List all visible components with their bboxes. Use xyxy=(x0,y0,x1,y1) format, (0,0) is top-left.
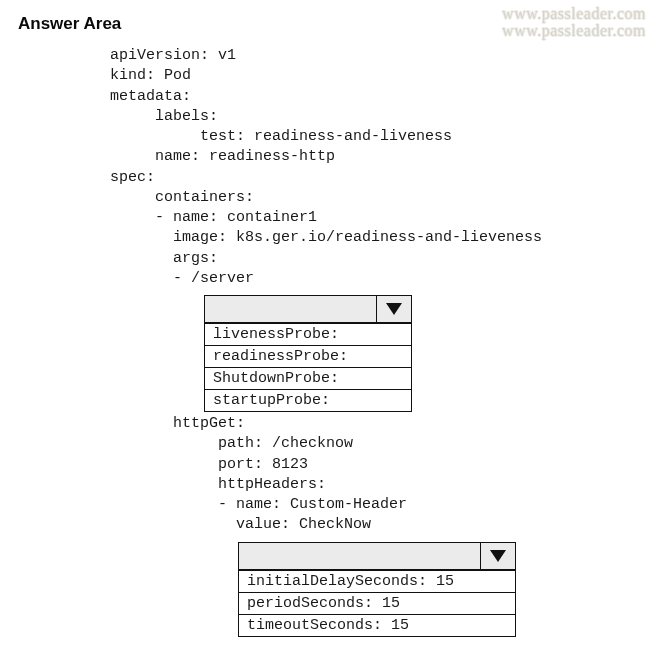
dropdown-option[interactable]: readinessProbe: xyxy=(205,345,411,367)
dropdown-option[interactable]: livenessProbe: xyxy=(205,323,411,345)
probe-type-dropdown[interactable]: livenessProbe: readinessProbe: ShutdownP… xyxy=(204,295,412,412)
timing-dropdown[interactable]: initialDelaySeconds: 15 periodSeconds: 1… xyxy=(238,542,516,637)
chevron-down-icon xyxy=(490,550,506,562)
dropdown-option[interactable]: timeoutSeconds: 15 xyxy=(239,614,515,636)
dropdown-arrow[interactable] xyxy=(377,296,411,322)
dropdown-selected-blank[interactable] xyxy=(239,543,481,569)
dropdown-header[interactable] xyxy=(239,543,515,570)
dropdown-arrow[interactable] xyxy=(481,543,515,569)
dropdown-selected-blank[interactable] xyxy=(205,296,377,322)
dropdown-option[interactable]: periodSeconds: 15 xyxy=(239,592,515,614)
dropdown-option[interactable]: ShutdownProbe: xyxy=(205,367,411,389)
answer-area-title: Answer Area xyxy=(18,14,646,34)
chevron-down-icon xyxy=(386,303,402,315)
dropdown-option[interactable]: startupProbe: xyxy=(205,389,411,411)
dropdown-header[interactable] xyxy=(205,296,411,323)
yaml-block-httpget: httpGet: path: /checknow port: 8123 http… xyxy=(110,414,646,536)
yaml-block-top: apiVersion: v1 kind: Pod metadata: label… xyxy=(110,46,646,289)
dropdown-option[interactable]: initialDelaySeconds: 15 xyxy=(239,570,515,592)
